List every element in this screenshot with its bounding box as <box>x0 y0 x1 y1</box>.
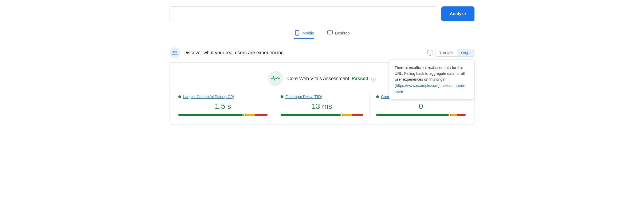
fid-name[interactable]: First Input Delay (FID) <box>285 95 322 99</box>
tooltip-text-part2: ) instead. <box>438 83 454 88</box>
tooltip-link[interactable]: https://www.example.com <box>396 83 438 88</box>
fid-progress-bar <box>281 114 363 116</box>
lcp-value: 1.5 s <box>178 102 268 111</box>
cwv-title: Core Web Vitals Assessment: <box>287 76 350 81</box>
svg-point-9 <box>278 78 279 79</box>
url-input[interactable]: https://www.example.com/page1 <box>170 6 437 21</box>
cwv-pulse-icon <box>268 71 283 86</box>
origin-toggle-btn[interactable]: Origin <box>457 49 474 56</box>
lcp-name[interactable]: Largest Contentful Paint (LCP) <box>183 95 234 99</box>
cwv-help-icon[interactable]: ? <box>371 77 376 82</box>
url-origin-controls: i This URL Origin There is insufficient … <box>427 49 474 57</box>
svg-point-8 <box>272 78 273 79</box>
section-title: Discover what your real users are experi… <box>183 50 284 56</box>
desktop-icon <box>327 30 333 36</box>
this-url-toggle-btn[interactable]: This URL <box>435 49 457 56</box>
tab-mobile[interactable]: Mobile <box>294 30 314 39</box>
tooltip-box: There is insufficient real-user data for… <box>389 60 474 100</box>
svg-point-5 <box>170 47 180 58</box>
fid-value: 13 ms <box>281 102 363 111</box>
svg-point-6 <box>172 51 175 53</box>
url-origin-toggle-group: This URL Origin <box>435 49 474 57</box>
fid-dot <box>281 95 283 98</box>
cls-dot <box>376 95 379 98</box>
tabs-row: Mobile Desktop <box>170 30 474 39</box>
mobile-icon <box>294 30 300 36</box>
pulse-chart-icon <box>271 76 280 82</box>
metric-lcp: Largest Contentful Paint (LCP) 1.5 s <box>178 95 274 116</box>
info-icon[interactable]: i <box>427 50 433 56</box>
cls-progress-bar <box>376 114 466 116</box>
tab-mobile-label: Mobile <box>302 31 314 35</box>
svg-point-7 <box>175 51 177 53</box>
tab-desktop-label: Desktop <box>335 31 350 35</box>
users-icon <box>170 47 180 58</box>
cwv-status: Passed <box>352 76 368 81</box>
lcp-progress-bar <box>178 114 268 116</box>
tab-desktop[interactable]: Desktop <box>327 30 350 39</box>
cwv-title-row: Core Web Vitals Assessment: Passed ? <box>287 76 376 82</box>
metric-fid: First Input Delay (FID) 13 ms <box>274 95 370 116</box>
lcp-dot <box>178 95 181 98</box>
analyze-button[interactable]: Analyze <box>441 6 474 21</box>
cls-value: 0 <box>376 102 466 111</box>
svg-rect-2 <box>327 31 332 34</box>
